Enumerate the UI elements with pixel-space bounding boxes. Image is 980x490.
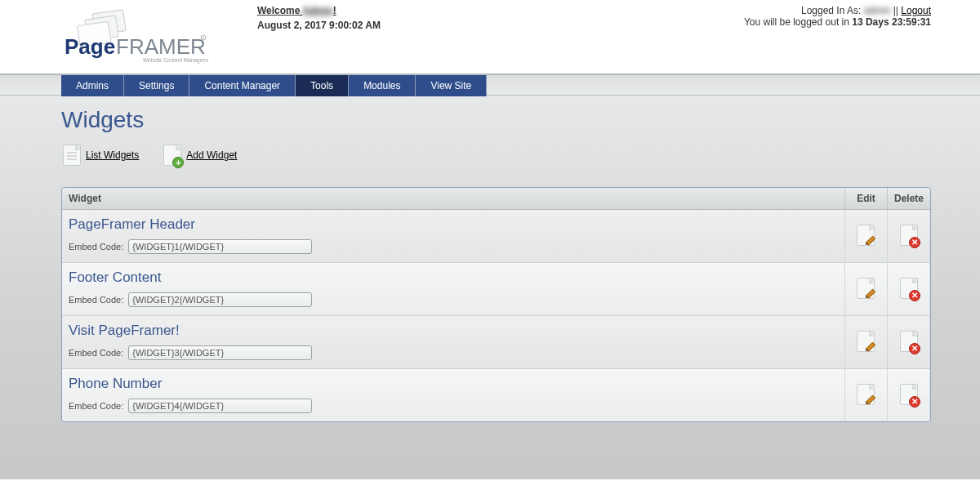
widget-name[interactable]: PageFramer Header <box>69 216 838 233</box>
embed-code-input[interactable] <box>128 239 312 254</box>
nav-settings[interactable]: Settings <box>124 75 189 96</box>
delete-icon[interactable]: ✕ <box>900 225 918 246</box>
widget-name[interactable]: Visit PageFramer! <box>69 323 838 339</box>
page-title: Widgets <box>61 107 931 133</box>
add-widget-label: Add Widget <box>186 149 237 161</box>
table-row: Footer Content Embed Code: ✕ <box>62 263 930 316</box>
edit-icon[interactable] <box>857 278 875 299</box>
widgets-table: Widget Edit Delete PageFramer Header Emb… <box>62 188 930 421</box>
embed-code-input[interactable] <box>128 345 312 360</box>
widgets-table-wrap: Widget Edit Delete PageFramer Header Emb… <box>61 187 931 422</box>
list-widgets-label: List Widgets <box>86 149 139 161</box>
widget-name[interactable]: Phone Number <box>69 376 838 392</box>
welcome-line: Welcome Admin! <box>257 5 494 16</box>
embed-label: Embed Code: <box>69 242 123 252</box>
session-prefix: You will be logged out in <box>744 16 852 28</box>
logout-link[interactable]: Logout <box>901 5 931 16</box>
document-icon <box>63 145 81 166</box>
nav-modules[interactable]: Modules <box>349 75 416 96</box>
nav-content-manager[interactable]: Content Manager <box>189 75 296 96</box>
session-countdown: 13 Days 23:59:31 <box>852 16 931 28</box>
col-widget: Widget <box>62 188 844 210</box>
separator: || <box>890 5 901 16</box>
table-row: Phone Number Embed Code: ✕ <box>62 369 930 422</box>
edit-icon[interactable] <box>857 225 875 246</box>
login-status: Logged In As: admin || Logout You will b… <box>494 3 931 74</box>
edit-icon[interactable] <box>857 384 875 405</box>
table-row: Visit PageFramer! Embed Code: ✕ <box>62 316 930 369</box>
delete-icon[interactable]: ✕ <box>900 331 918 352</box>
svg-text:R: R <box>203 36 205 40</box>
document-add-icon: + <box>163 145 181 166</box>
nav-view-site[interactable]: View Site <box>416 75 487 96</box>
delete-icon[interactable]: ✕ <box>900 384 918 405</box>
svg-text:FRAMER: FRAMER <box>116 34 206 59</box>
edit-icon[interactable] <box>857 331 875 352</box>
widget-name[interactable]: Footer Content <box>69 270 838 286</box>
col-edit: Edit <box>844 188 887 210</box>
header: Page FRAMER R Website Content Management… <box>0 0 980 74</box>
embed-label: Embed Code: <box>69 348 123 358</box>
svg-text:Page: Page <box>65 34 115 59</box>
add-badge-icon: + <box>172 157 184 168</box>
embed-code-input[interactable] <box>128 399 312 413</box>
nav-tools[interactable]: Tools <box>296 75 349 96</box>
datetime: August 2, 2017 9:00:02 AM <box>257 20 494 31</box>
welcome-area: Welcome Admin! August 2, 2017 9:00:02 AM <box>249 3 494 74</box>
logged-in-label: Logged In As: <box>801 5 864 16</box>
col-delete: Delete <box>887 188 930 210</box>
delete-icon[interactable]: ✕ <box>900 278 918 299</box>
embed-code-input[interactable] <box>128 292 312 307</box>
welcome-username: Admin <box>302 5 332 16</box>
table-header-row: Widget Edit Delete <box>62 188 930 210</box>
embed-label: Embed Code: <box>69 295 123 305</box>
action-bar: List Widgets + Add Widget <box>61 145 931 166</box>
svg-text:Website Content Management: Website Content Management <box>143 57 208 64</box>
logo-svg: Page FRAMER R Website Content Management <box>61 7 208 69</box>
nav-admins[interactable]: Admins <box>61 75 124 96</box>
add-widget-link[interactable]: + Add Widget <box>163 145 237 166</box>
list-widgets-link[interactable]: List Widgets <box>63 145 139 166</box>
nav-bar: Admins Settings Content Manager Tools Mo… <box>0 74 980 96</box>
embed-label: Embed Code: <box>69 401 123 411</box>
table-row: PageFramer Header Embed Code: ✕ <box>62 210 930 263</box>
logged-in-username: admin <box>864 5 891 16</box>
welcome-prefix: Welcome <box>257 5 302 16</box>
welcome-suffix: ! <box>333 5 336 16</box>
logo: Page FRAMER R Website Content Management <box>61 3 249 74</box>
content: Widgets List Widgets + Add Widget Widget… <box>0 96 980 479</box>
